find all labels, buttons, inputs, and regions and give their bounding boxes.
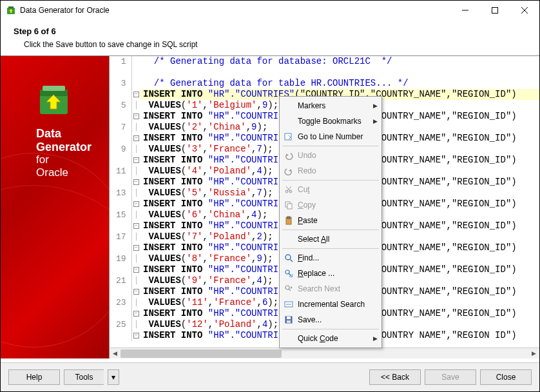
svg-rect-1 — [8, 6, 14, 8]
line-number — [110, 220, 131, 231]
menu-item-label: Undo — [295, 151, 378, 160]
fold-gutter: │ — [131, 231, 140, 242]
fold-gutter[interactable]: − — [131, 155, 140, 166]
menu-item-label: Toggle Bookmarks — [295, 117, 373, 126]
fold-gutter: │ — [131, 188, 140, 199]
help-button[interactable]: Help — [8, 369, 60, 385]
fold-gutter[interactable]: − — [131, 242, 140, 253]
scroll-right-arrow[interactable]: ▶ — [528, 348, 539, 359]
line-number — [110, 67, 131, 78]
menu-item-select-all[interactable]: Select All — [280, 231, 381, 247]
menu-item-redo: Redo — [280, 163, 381, 179]
window-controls — [450, 1, 539, 20]
svg-rect-15 — [287, 204, 292, 209]
step-subtitle: Click the Save button to save change in … — [14, 40, 526, 49]
line-number — [110, 264, 131, 275]
menu-item-label: Paste — [295, 216, 378, 225]
submenu-arrow-icon: ▶ — [373, 335, 378, 342]
fold-gutter — [131, 78, 140, 89]
menu-separator — [282, 180, 379, 181]
svg-text:ab: ab — [289, 273, 293, 278]
svg-line-24 — [289, 289, 291, 291]
save-icon — [282, 315, 295, 324]
code-line[interactable]: 1 /* Generating data for database: ORCL2… — [110, 56, 539, 67]
svg-rect-8 — [43, 86, 65, 91]
menu-item-label: Quick Code — [295, 334, 373, 343]
fold-gutter[interactable]: − — [131, 330, 140, 341]
maximize-button[interactable] — [480, 1, 510, 20]
line-number: 23 — [110, 297, 131, 308]
search-next-icon — [282, 284, 295, 293]
tools-dropdown[interactable]: ▾ — [108, 369, 119, 385]
svg-line-12 — [287, 186, 291, 191]
cut-icon — [282, 185, 295, 194]
fold-gutter[interactable]: − — [131, 89, 140, 100]
fold-gutter[interactable]: − — [131, 133, 140, 144]
copy-icon — [282, 201, 295, 210]
fold-gutter[interactable]: − — [131, 308, 140, 319]
line-number: 25 — [110, 319, 131, 330]
fold-gutter[interactable]: − — [131, 264, 140, 275]
tools-button[interactable]: Tools — [64, 369, 104, 385]
paste-icon — [282, 216, 295, 225]
menu-item-label: Search Next — [295, 284, 378, 293]
fold-gutter: │ — [131, 253, 140, 264]
back-button[interactable]: << Back — [369, 369, 421, 385]
product-name: Data Generator for Oracle — [36, 127, 92, 179]
svg-line-13 — [286, 186, 291, 191]
line-number — [110, 286, 131, 297]
close-button[interactable]: Close — [480, 369, 532, 385]
line-number — [110, 308, 131, 319]
fold-gutter: │ — [131, 100, 140, 111]
menu-item-incremental[interactable]: Incremental Search — [280, 297, 381, 312]
line-number — [110, 133, 131, 144]
svg-rect-28 — [287, 317, 291, 319]
undo-icon — [282, 151, 295, 160]
code-line[interactable] — [110, 67, 539, 78]
line-number: 19 — [110, 253, 131, 264]
menu-separator — [282, 146, 379, 146]
menu-item-label: Redo — [295, 166, 378, 175]
sidebar: Data Generator for Oracle — [1, 56, 109, 358]
app-icon — [6, 5, 16, 15]
close-window-button[interactable] — [510, 1, 539, 20]
code-text[interactable] — [140, 67, 539, 78]
menu-item-find[interactable]: Find... — [280, 250, 381, 266]
incremental-icon — [282, 300, 295, 309]
horizontal-scrollbar[interactable]: ◀ ▶ — [110, 348, 539, 358]
menu-item-toggle-bookmarks[interactable]: Toggle Bookmarks▶ — [280, 113, 381, 129]
find-icon — [282, 253, 295, 262]
fold-gutter[interactable]: − — [131, 177, 140, 188]
menu-item-goto-line[interactable]: Go to Line Number — [280, 129, 381, 144]
fold-gutter[interactable]: − — [131, 111, 140, 122]
menu-item-replace[interactable]: abReplace ... — [280, 266, 381, 281]
line-number: 3 — [110, 78, 131, 89]
redo-icon — [282, 166, 295, 175]
menu-item-label: Cut — [295, 185, 378, 194]
fold-gutter: │ — [131, 122, 140, 133]
menu-item-label: Select All — [295, 235, 378, 244]
svg-rect-3 — [492, 8, 498, 14]
save-button[interactable]: Save — [425, 369, 476, 385]
menu-item-label: Find... — [295, 253, 378, 262]
step-label: Step 6 of 6 — [14, 26, 526, 36]
line-number: 11 — [110, 166, 131, 177]
menu-item-markers[interactable]: Markers▶ — [280, 98, 381, 113]
svg-rect-29 — [287, 320, 291, 323]
menu-item-save[interactable]: Save... — [280, 312, 381, 328]
fold-gutter[interactable]: − — [131, 199, 140, 210]
code-text[interactable]: /* Generating data for database: ORCL21C… — [140, 56, 539, 67]
fold-gutter[interactable]: − — [131, 286, 140, 297]
footer: Help Tools ▾ << Back Save Close — [1, 362, 539, 391]
menu-item-quick-code[interactable]: Quick Code▶ — [280, 331, 381, 346]
code-line[interactable]: 3 /* Generating data for table HR.COUNTR… — [110, 78, 539, 89]
minimize-button[interactable] — [450, 1, 480, 20]
scroll-thumb[interactable] — [121, 349, 282, 358]
scroll-left-arrow[interactable]: ◀ — [110, 348, 121, 359]
line-number — [110, 177, 131, 188]
menu-item-paste[interactable]: Paste — [280, 213, 381, 228]
fold-gutter[interactable]: − — [131, 220, 140, 231]
line-number: 21 — [110, 275, 131, 286]
code-text[interactable]: /* Generating data for table HR.COUNTRIE… — [140, 78, 539, 89]
line-number: 1 — [110, 56, 131, 67]
